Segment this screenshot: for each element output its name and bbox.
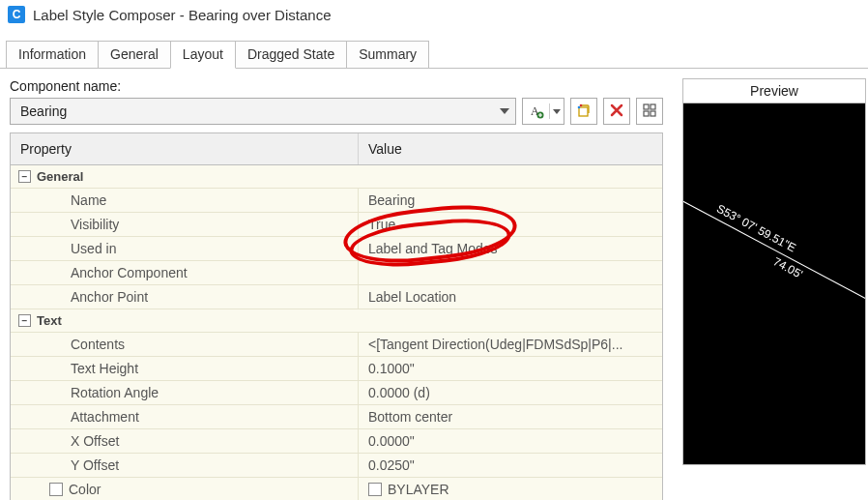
delete-component-button[interactable] [603, 98, 630, 125]
color-swatch-icon[interactable] [368, 483, 382, 496]
svg-point-3 [580, 103, 583, 106]
prop-anchor-point-value[interactable]: Label Location [359, 285, 662, 309]
chevron-down-icon [550, 109, 564, 114]
add-component-button[interactable]: A [522, 98, 564, 125]
prop-attachment-label: Attachment [11, 405, 359, 428]
collapse-icon[interactable]: − [18, 314, 31, 327]
svg-rect-6 [651, 104, 655, 109]
prop-rotation-angle-label: Rotation Angle [11, 381, 359, 404]
component-name-label: Component name: [10, 78, 663, 94]
window-title: Label Style Composer - Bearing over Dist… [33, 7, 331, 23]
checkbox-icon[interactable] [49, 483, 63, 496]
collapse-icon[interactable]: − [18, 170, 31, 183]
preview-title: Preview [683, 79, 865, 103]
svg-point-4 [578, 105, 581, 108]
row-visibility[interactable]: Visibility True [11, 213, 662, 237]
prop-name-value[interactable]: Bearing [359, 189, 662, 212]
copy-component-icon [576, 103, 592, 121]
property-grid-header: Property Value [11, 133, 662, 165]
tab-strip: Information General Layout Dragged State… [0, 29, 868, 69]
property-grid: Property Value − General Name Bearing Vi… [10, 132, 663, 500]
preview-panel: Preview S53° 07' 59.51"E 74.05' [682, 78, 866, 465]
tab-information[interactable]: Information [6, 41, 99, 68]
prop-anchor-component-label: Anchor Component [11, 261, 359, 284]
prop-color-label: Color [11, 478, 359, 500]
row-contents[interactable]: Contents <[Tangent Direction(Udeg|FDMSdS… [11, 333, 662, 357]
used-in-value-text: Label and Tag Modes [368, 241, 498, 256]
prop-anchor-point-label: Anchor Point [11, 285, 359, 309]
prop-visibility-label: Visibility [11, 213, 359, 236]
color-value-text: BYLAYER [388, 482, 449, 497]
prop-used-in-value[interactable]: Label and Tag Modes [359, 237, 662, 260]
prop-y-offset-label: Y Offset [11, 454, 359, 477]
tab-dragged-state[interactable]: Dragged State [235, 41, 347, 68]
row-x-offset[interactable]: X Offset 0.0000" [11, 429, 662, 454]
preview-distance-text: 74.05' [771, 254, 805, 281]
row-color[interactable]: Color BYLAYER [11, 478, 662, 500]
section-label: Text [37, 313, 62, 328]
prop-used-in-label: Used in [11, 237, 359, 260]
row-y-offset[interactable]: Y Offset 0.0250" [11, 454, 662, 478]
color-label-text: Color [69, 482, 101, 497]
component-name-dropdown[interactable]: Bearing [10, 98, 516, 125]
row-anchor-point[interactable]: Anchor Point Label Location [11, 285, 662, 309]
header-property[interactable]: Property [11, 133, 359, 164]
preview-bearing-text: S53° 07' 59.51"E [714, 202, 798, 255]
section-label: General [37, 169, 83, 184]
row-rotation-angle[interactable]: Rotation Angle 0.0000 (d) [11, 381, 662, 405]
section-text: − Text [11, 309, 662, 333]
row-name[interactable]: Name Bearing [11, 189, 662, 213]
prop-text-height-label: Text Height [11, 357, 359, 380]
section-general: − General [11, 165, 662, 189]
tab-summary[interactable]: Summary [346, 41, 429, 68]
svg-rect-8 [651, 111, 655, 116]
prop-anchor-component-value[interactable] [359, 261, 662, 284]
tab-layout[interactable]: Layout [170, 41, 236, 69]
row-text-height[interactable]: Text Height 0.1000" [11, 357, 662, 381]
component-order-button[interactable] [636, 98, 663, 125]
prop-x-offset-value[interactable]: 0.0000" [359, 429, 662, 453]
svg-rect-5 [644, 104, 649, 109]
chevron-down-icon [500, 108, 509, 114]
window-titlebar: C Label Style Composer - Bearing over Di… [0, 0, 868, 29]
header-value[interactable]: Value [359, 133, 662, 164]
svg-rect-2 [579, 107, 588, 116]
prop-contents-label: Contents [11, 333, 359, 356]
row-attachment[interactable]: Attachment Bottom center [11, 405, 662, 429]
component-name-value: Bearing [20, 103, 67, 119]
add-text-component-icon: A [523, 103, 550, 119]
copy-component-button[interactable] [570, 98, 597, 125]
app-icon: C [8, 6, 25, 23]
tab-general[interactable]: General [98, 41, 171, 68]
svg-rect-7 [644, 111, 649, 116]
prop-name-label: Name [11, 189, 359, 212]
delete-component-icon [609, 103, 624, 121]
prop-attachment-value[interactable]: Bottom center [359, 405, 662, 428]
prop-rotation-angle-value[interactable]: 0.0000 (d) [359, 381, 662, 404]
prop-x-offset-label: X Offset [11, 429, 359, 453]
prop-text-height-value[interactable]: 0.1000" [359, 357, 662, 380]
prop-y-offset-value[interactable]: 0.0250" [359, 454, 662, 477]
prop-visibility-value[interactable]: True [359, 213, 662, 236]
row-used-in[interactable]: Used in Label and Tag Modes [11, 237, 662, 261]
visibility-value-text: True [368, 217, 395, 232]
component-order-icon [642, 103, 657, 121]
row-anchor-component[interactable]: Anchor Component [11, 261, 662, 285]
prop-contents-value[interactable]: <[Tangent Direction(Udeg|FDMSdSp|P6|... [359, 333, 662, 356]
prop-color-value[interactable]: BYLAYER [359, 478, 662, 500]
preview-canvas[interactable]: S53° 07' 59.51"E 74.05' [683, 103, 865, 464]
